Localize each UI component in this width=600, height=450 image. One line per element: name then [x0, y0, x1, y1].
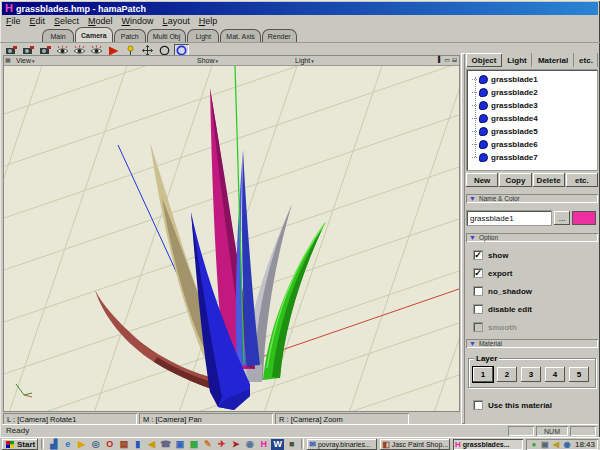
section-option[interactable]: ▼ Option [466, 233, 598, 242]
word-icon[interactable]: W [271, 439, 284, 450]
menu-item-model[interactable]: Model [88, 16, 113, 26]
opera-icon[interactable]: O [103, 439, 116, 450]
menu-bar: File Edit Select Model Window Layout Hel… [2, 15, 598, 27]
viewport-grid-icon[interactable]: ▦ [5, 57, 11, 64]
pane-restore-icon[interactable]: ▭ [444, 56, 450, 63]
application-window: H grassblades.hmp - hamaPatch File Edit … [0, 0, 600, 450]
window-title: grassblades.hmp - hamaPatch [16, 4, 146, 14]
menu-item-window[interactable]: Window [122, 16, 154, 26]
bird-icon[interactable]: ➤ [229, 439, 242, 450]
object-icon [479, 153, 488, 162]
windows-flag-icon [5, 440, 15, 449]
folder-icon[interactable]: ■ [285, 439, 298, 450]
antivirus-tray-icon[interactable]: ● [529, 439, 539, 450]
tree-line [475, 77, 476, 157]
task-grassblades[interactable]: Hgrassblades... [453, 439, 523, 450]
object-name-input[interactable] [466, 210, 552, 226]
tab-main[interactable]: Main [42, 29, 74, 42]
list-item[interactable]: grassblade1 [467, 73, 597, 86]
tab-material[interactable]: Material [532, 53, 574, 67]
list-item[interactable]: grassblade4 [467, 112, 597, 125]
plane-icon[interactable]: ✈ [215, 439, 228, 450]
layer-1-button[interactable]: 1 [473, 367, 493, 382]
etc-button[interactable]: etc. [566, 173, 598, 187]
hamapatch-icon[interactable]: H [257, 439, 270, 450]
list-item[interactable]: grassblade5 [467, 125, 597, 138]
speaker-icon[interactable]: ◀ [145, 439, 158, 450]
grassblade-green [263, 223, 325, 380]
layer-5-button[interactable]: 5 [569, 367, 589, 382]
layer-3-button[interactable]: 3 [521, 367, 541, 382]
volume-tray-icon[interactable]: ◀ [551, 439, 561, 450]
delete-button[interactable]: Delete [533, 173, 565, 187]
panel-splitter[interactable] [461, 53, 465, 424]
object-icon [479, 101, 488, 110]
pane-maximize-icon[interactable]: ⊟ [452, 56, 457, 63]
search-icon[interactable]: ◎ [89, 439, 102, 450]
task-paint-shop[interactable]: ◧Jasc Paint Shop... [380, 439, 450, 450]
copy-button[interactable]: Copy [499, 173, 531, 187]
checkbox-use-material[interactable]: Use this material [473, 400, 598, 410]
object-panel: Object Light Material etc. grassblade1 g… [466, 53, 598, 424]
list-item[interactable]: grassblade3 [467, 99, 597, 112]
display-tray-icon[interactable]: ▣ [540, 439, 550, 450]
tab-etc[interactable]: etc. [574, 53, 598, 67]
layer-4-button[interactable]: 4 [545, 367, 565, 382]
color-swatch[interactable] [572, 211, 596, 225]
scheduler-tray-icon[interactable]: ◉ [562, 439, 572, 450]
taskbar: Start ▟e▶◎O▤▮◀☎▣▦✎✈➤◉HW■ ✉povray.binarie… [0, 437, 600, 450]
new-button[interactable]: New [466, 173, 498, 187]
menu-item-file[interactable]: File [6, 16, 21, 26]
menu-item-edit[interactable]: Edit [30, 16, 46, 26]
grid-app-icon[interactable]: ▦ [187, 439, 200, 450]
newsgroup-icon: ✉ [309, 440, 316, 449]
checkbox-export[interactable]: ✓export [473, 268, 598, 278]
battery-icon[interactable]: ▮ [131, 439, 144, 450]
ie-icon[interactable]: e [61, 439, 74, 450]
tab-camera[interactable]: Camera [75, 27, 113, 42]
paintshop-icon: ◧ [382, 440, 390, 449]
pencil-icon[interactable]: ✎ [201, 439, 214, 450]
view-dropdown[interactable]: View▾ [16, 57, 35, 64]
list-item[interactable]: grassblade2 [467, 86, 597, 99]
clock-app-icon[interactable]: ◉ [243, 439, 256, 450]
graph-icon[interactable]: ▟ [47, 439, 60, 450]
checkbox-disable-edit[interactable]: disable edit [473, 304, 598, 314]
tab-patch[interactable]: Patch [114, 29, 146, 42]
viewport-pane: ▦ View▾ Show▾ Light▾ ▌ ▭ ⊟ [3, 55, 460, 412]
app-icon: H [5, 3, 13, 14]
menu-item-layout[interactable]: Layout [163, 16, 190, 26]
play-icon[interactable]: ▶ [75, 439, 88, 450]
tab-render[interactable]: Render [262, 29, 297, 42]
menu-item-select[interactable]: Select [54, 16, 79, 26]
list-item[interactable]: grassblade6 [467, 138, 597, 151]
tab-multi-obj[interactable]: Multi Obj [147, 29, 187, 42]
viewport-canvas[interactable] [4, 66, 459, 411]
checkbox-smooth: smooth [473, 322, 598, 332]
tab-light[interactable]: Light [187, 29, 219, 42]
grassblade-royalblue [236, 150, 260, 366]
object-icon [479, 127, 488, 136]
section-material[interactable]: ▼ Material [466, 339, 598, 348]
tab-light-panel[interactable]: Light [502, 53, 532, 67]
status-text: Ready [6, 426, 29, 435]
tab-mat-axis[interactable]: Mat. Axis [220, 29, 260, 42]
phone-icon[interactable]: ☎ [159, 439, 172, 450]
task-povray[interactable]: ✉povray.binaries... [307, 439, 377, 450]
tab-object[interactable]: Object [466, 53, 502, 67]
layer-2-button[interactable]: 2 [497, 367, 517, 382]
pane-split-icon[interactable]: ▌ [438, 56, 442, 63]
monitor-icon[interactable]: ▣ [173, 439, 186, 450]
start-button[interactable]: Start [2, 439, 38, 450]
chevron-down-icon: ▾ [311, 58, 314, 64]
object-panel-tabs: Object Light Material etc. [466, 53, 598, 67]
light-dropdown[interactable]: Light▾ [295, 57, 314, 64]
section-name-color[interactable]: ▼ Name & Color [466, 194, 598, 203]
package-icon[interactable]: ▤ [117, 439, 130, 450]
list-item[interactable]: grassblade7 [467, 151, 597, 164]
color-browse-button[interactable]: ... [554, 211, 570, 225]
checkbox-no-shadow[interactable]: no_shadow [473, 286, 598, 296]
show-dropdown[interactable]: Show▾ [197, 57, 218, 64]
menu-item-help[interactable]: Help [199, 16, 218, 26]
checkbox-show[interactable]: ✓show [473, 250, 598, 260]
